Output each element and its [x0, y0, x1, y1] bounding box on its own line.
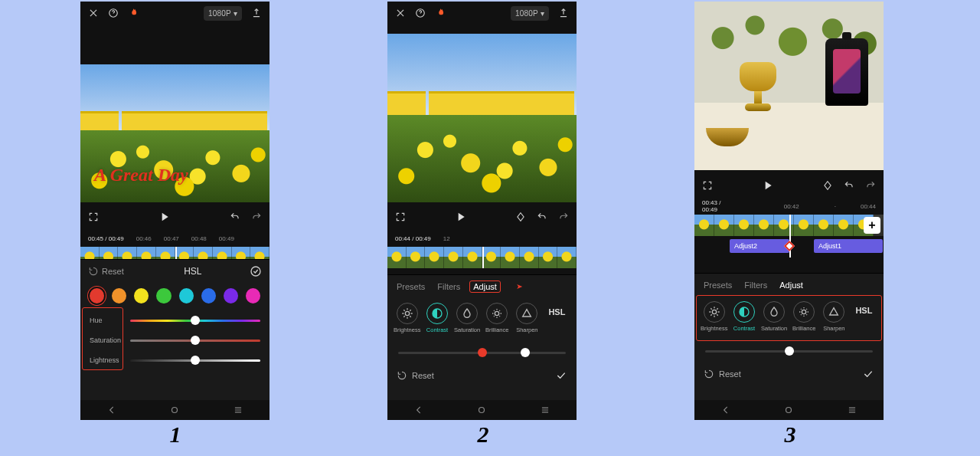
adj-sharpen[interactable]: Sharpen	[514, 303, 541, 333]
adj-contrast[interactable]: Contrast	[730, 301, 757, 332]
swatch-red[interactable]	[90, 288, 104, 303]
tab-presets[interactable]: Presets	[397, 282, 425, 291]
video-preview[interactable]	[694, 2, 884, 170]
timeline-ticks: 00:45 / 00:49 00:4600:4700:4800:49	[80, 231, 270, 245]
swatch-yellow[interactable]	[134, 288, 149, 303]
tab-adjust[interactable]: Adjust	[469, 280, 501, 293]
adj-brilliance[interactable]: Brilliance	[484, 303, 511, 333]
tab-adjust[interactable]: Adjust	[779, 280, 803, 290]
phone-1: 1080P ▾ A Great Day 00:45 / 00:49 00:460…	[80, 2, 270, 420]
android-nav	[387, 400, 577, 420]
adj-saturation[interactable]: Saturation	[454, 303, 481, 333]
play-icon[interactable]	[158, 211, 171, 223]
adj-sharpen[interactable]: Sharpen	[821, 301, 848, 332]
timeline-ticks: 00:43 / 00:49 00:42 · 00:44	[694, 199, 884, 213]
keyframe-icon[interactable]	[822, 180, 833, 191]
svg-point-1	[251, 267, 260, 276]
nav-back-icon[interactable]	[106, 405, 117, 415]
svg-point-6	[495, 311, 499, 315]
slider-saturation[interactable]	[130, 340, 260, 342]
swatch-orange[interactable]	[112, 288, 126, 303]
nav-home-icon[interactable]	[783, 405, 794, 415]
overlay-title: A Great Day	[94, 166, 188, 184]
nav-recents-icon[interactable]	[233, 405, 243, 415]
android-nav	[80, 400, 270, 420]
adj-hsl[interactable]: HSL	[544, 303, 570, 317]
adj-brilliance[interactable]: Brilliance	[791, 301, 818, 332]
tab-filters[interactable]: Filters	[437, 282, 460, 291]
undo-icon[interactable]	[537, 212, 547, 222]
nav-recents-icon[interactable]	[847, 405, 858, 415]
help-icon[interactable]	[415, 8, 426, 18]
adj-brightness[interactable]: Brightness	[701, 301, 727, 332]
reset-label[interactable]: Reset	[412, 371, 434, 380]
slider-label-lightness: Lightness	[90, 356, 124, 364]
play-icon[interactable]	[762, 179, 774, 192]
flame-icon[interactable]	[435, 8, 446, 18]
undo-icon[interactable]	[844, 180, 854, 191]
export-icon[interactable]	[558, 8, 569, 18]
android-nav	[694, 400, 884, 420]
adj-hsl[interactable]: HSL	[851, 301, 877, 315]
panel-title: HSL	[124, 266, 262, 277]
fullscreen-icon[interactable]	[88, 212, 99, 222]
redo-icon[interactable]	[865, 180, 876, 191]
resolution-badge[interactable]: 1080P ▾	[204, 6, 242, 21]
segment-adjust2[interactable]: Adjust2	[730, 239, 789, 253]
swatch-cyan[interactable]	[179, 288, 194, 303]
step-number-3: 3	[775, 423, 805, 446]
confirm-icon[interactable]	[862, 368, 874, 380]
panel-tabs: Presets Filters Adjust	[694, 274, 884, 297]
confirm-icon[interactable]	[555, 369, 567, 382]
slider-label-hue: Hue	[90, 317, 124, 324]
svg-point-4	[405, 311, 409, 315]
close-icon[interactable]	[88, 8, 99, 18]
video-preview[interactable]	[387, 34, 577, 202]
nav-back-icon[interactable]	[413, 405, 424, 415]
segment-adjust1[interactable]: Adjust1	[814, 239, 883, 253]
swatch-blue[interactable]	[201, 288, 216, 303]
reset-icon[interactable]	[397, 370, 407, 381]
svg-point-2	[172, 408, 178, 413]
adj-contrast[interactable]: Contrast	[423, 303, 450, 333]
reset-icon[interactable]	[88, 266, 99, 277]
close-icon[interactable]	[395, 8, 406, 18]
swatch-purple[interactable]	[224, 288, 238, 303]
nav-home-icon[interactable]	[476, 405, 487, 415]
swatch-green[interactable]	[156, 288, 171, 303]
resolution-badge[interactable]: 1080P ▾	[511, 6, 549, 21]
undo-icon[interactable]	[230, 212, 240, 222]
adjust-items-row: Brightness Contrast Saturation Brillianc…	[387, 298, 577, 341]
help-icon[interactable]	[108, 8, 119, 18]
slider-lightness[interactable]	[130, 359, 260, 362]
redo-icon[interactable]	[251, 212, 262, 222]
tab-filters[interactable]: Filters	[744, 280, 767, 290]
slider-contrast[interactable]	[398, 352, 566, 354]
adj-brightness[interactable]: Brightness	[394, 303, 420, 333]
nav-recents-icon[interactable]	[540, 405, 550, 415]
slider-label-saturation: Saturation	[90, 336, 124, 344]
nav-back-icon[interactable]	[720, 405, 731, 415]
fullscreen-icon[interactable]	[395, 212, 406, 222]
adj-saturation[interactable]: Saturation	[761, 301, 788, 332]
tab-presets[interactable]: Presets	[704, 280, 732, 290]
adjust-items-row: Brightness Contrast Saturation Brillianc…	[694, 297, 884, 340]
confirm-icon[interactable]	[250, 265, 262, 277]
export-icon[interactable]	[251, 8, 262, 18]
video-preview[interactable]: A Great Day	[80, 64, 270, 202]
add-clip-button[interactable]: +	[864, 217, 880, 234]
reset-label[interactable]: Reset	[102, 267, 124, 276]
reset-label[interactable]: Reset	[719, 369, 741, 379]
reset-icon[interactable]	[704, 369, 714, 379]
flame-icon[interactable]	[128, 8, 139, 18]
swatch-magenta[interactable]	[246, 288, 260, 303]
redo-icon[interactable]	[558, 212, 569, 222]
timeline-ticks: 00:44 / 00:49 12	[387, 231, 577, 245]
play-icon[interactable]	[455, 211, 467, 223]
slider-hue[interactable]	[130, 320, 260, 322]
svg-point-7	[479, 408, 485, 413]
keyframe-icon[interactable]	[515, 212, 526, 222]
nav-home-icon[interactable]	[169, 405, 180, 415]
slider-contrast[interactable]	[705, 350, 873, 353]
fullscreen-icon[interactable]	[702, 180, 713, 191]
